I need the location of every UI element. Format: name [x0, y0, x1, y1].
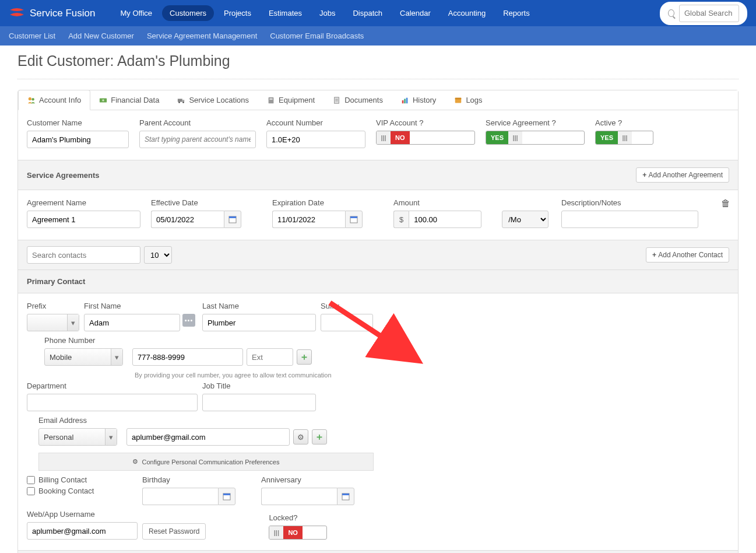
- svg-point-7: [183, 102, 185, 103]
- active-toggle[interactable]: YES|||: [595, 131, 653, 145]
- webapp-user-input[interactable]: [27, 522, 138, 540]
- active-label: Active ?: [595, 118, 653, 127]
- tab-financial[interactable]: Financial Data: [90, 90, 168, 110]
- department-label: Department: [27, 382, 198, 390]
- birthday-input[interactable]: [142, 488, 218, 505]
- calendar-icon: [342, 492, 350, 501]
- tab-equipment[interactable]: Equipment: [258, 90, 324, 110]
- booking-contact-checkbox[interactable]: [27, 487, 35, 495]
- logo: Service Fusion: [9, 8, 95, 19]
- first-name-input[interactable]: [84, 314, 180, 331]
- configure-preferences-button[interactable]: ⚙Configure Personal Communication Prefer…: [38, 453, 374, 471]
- effective-date-picker[interactable]: [224, 211, 241, 228]
- nav-projects[interactable]: Projects: [216, 5, 259, 21]
- description-input[interactable]: [561, 211, 698, 228]
- chevron-down-icon: ▾: [111, 349, 122, 365]
- svg-rect-10: [335, 97, 339, 103]
- nav-dispatch[interactable]: Dispatch: [345, 5, 390, 21]
- nav-jobs[interactable]: Jobs: [312, 5, 343, 21]
- account-number-input[interactable]: [266, 131, 365, 148]
- page-size-select[interactable]: 10: [144, 246, 172, 264]
- svg-point-0: [29, 97, 31, 100]
- phone-input[interactable]: [132, 348, 243, 366]
- job-title-input[interactable]: [202, 394, 316, 411]
- expiration-date-input[interactable]: [272, 211, 345, 228]
- content-body: Customer Name Parent Account Account Num…: [18, 110, 738, 553]
- tab-documents[interactable]: Documents: [324, 90, 392, 110]
- chevron-down-icon: ▾: [105, 429, 117, 445]
- subnav-agreement-mgmt[interactable]: Service Agreement Management: [147, 32, 257, 40]
- nav-my-office[interactable]: My Office: [112, 5, 160, 21]
- chart-icon: [401, 96, 409, 104]
- tab-account-info[interactable]: Account Info: [18, 90, 90, 110]
- nav-accounting[interactable]: Accounting: [441, 5, 493, 21]
- add-phone-button[interactable]: ＋: [297, 349, 312, 365]
- first-name-label: First Name: [84, 302, 198, 310]
- brand-text: Service Fusion: [30, 8, 95, 19]
- tab-history[interactable]: History: [392, 90, 445, 110]
- billing-contact-checkbox[interactable]: [27, 476, 35, 484]
- add-agreement-button[interactable]: Add Another Agreement: [636, 167, 729, 183]
- vip-toggle[interactable]: |||NO: [376, 131, 475, 145]
- prefix-select[interactable]: ▾: [27, 314, 79, 331]
- tab-logs[interactable]: Logs: [445, 90, 491, 110]
- effective-date-input[interactable]: [151, 211, 224, 228]
- amount-period-select[interactable]: /Mo: [502, 211, 548, 228]
- people-icon: [27, 96, 36, 104]
- service-agreement-toggle[interactable]: YES|||: [486, 131, 585, 145]
- billing-label: Billing Contact: [38, 475, 87, 484]
- search-contacts-input[interactable]: [27, 246, 140, 264]
- svg-rect-5: [182, 100, 185, 102]
- global-search[interactable]: [660, 2, 747, 25]
- money-icon: [99, 96, 107, 104]
- last-name-input[interactable]: [202, 314, 316, 331]
- agreement-name-label: Agreement Name: [27, 198, 140, 207]
- locked-label: Locked?: [269, 513, 327, 522]
- service-agreement-label: Service Agreement ?: [486, 118, 585, 127]
- svg-rect-24: [223, 494, 230, 495]
- nav-reports[interactable]: Reports: [495, 5, 537, 21]
- svg-rect-4: [178, 99, 182, 102]
- expiration-date-picker[interactable]: [345, 211, 363, 228]
- svg-rect-19: [229, 216, 236, 218]
- agreement-name-input[interactable]: [27, 211, 140, 228]
- phone-hint: By providing your cell number, you agree…: [135, 371, 379, 379]
- first-name-menu[interactable]: •••: [182, 314, 195, 327]
- nav-calendar[interactable]: Calendar: [392, 5, 438, 21]
- equipment-icon: [267, 96, 275, 104]
- department-input[interactable]: [27, 394, 198, 411]
- email-type-select[interactable]: Personal▾: [38, 428, 117, 446]
- suffix-input[interactable]: [321, 314, 373, 331]
- email-input[interactable]: [126, 428, 290, 446]
- subnav-customer-list[interactable]: Customer List: [9, 32, 55, 40]
- amount-prefix: $: [393, 211, 409, 228]
- delete-agreement-icon[interactable]: 🗑: [721, 198, 730, 209]
- birthday-picker[interactable]: [218, 488, 235, 505]
- subnav-email-broadcasts[interactable]: Customer Email Broadcasts: [270, 32, 364, 40]
- tab-service-locations[interactable]: Service Locations: [168, 90, 258, 110]
- global-search-input[interactable]: [679, 5, 739, 22]
- anniversary-label: Anniversary: [261, 475, 354, 484]
- email-settings-button[interactable]: ⚙: [293, 429, 308, 444]
- effective-date-label: Effective Date: [151, 198, 241, 207]
- anniversary-picker[interactable]: [337, 488, 354, 505]
- customer-name-input[interactable]: [27, 131, 129, 148]
- svg-rect-14: [404, 99, 406, 103]
- phone-type-select[interactable]: Mobile▾: [44, 348, 123, 366]
- amount-input[interactable]: [409, 211, 481, 228]
- last-name-label: Last Name: [202, 302, 316, 310]
- reset-password-button[interactable]: Reset Password: [142, 523, 206, 540]
- truck-icon: [177, 96, 185, 104]
- nav-estimates[interactable]: Estimates: [261, 5, 310, 21]
- add-email-button[interactable]: ＋: [312, 429, 327, 444]
- ext-input[interactable]: [247, 348, 293, 366]
- agreements-title: Service Agreements: [27, 171, 100, 180]
- nav-customers[interactable]: Customers: [162, 5, 214, 21]
- locked-toggle[interactable]: |||NO: [269, 526, 327, 540]
- svg-rect-21: [350, 216, 357, 218]
- anniversary-input[interactable]: [261, 488, 337, 505]
- parent-account-input[interactable]: [139, 131, 256, 148]
- job-title-label: Job Title: [202, 382, 316, 390]
- subnav-add-customer[interactable]: Add New Customer: [68, 32, 134, 40]
- add-contact-button[interactable]: Add Another Contact: [646, 247, 729, 262]
